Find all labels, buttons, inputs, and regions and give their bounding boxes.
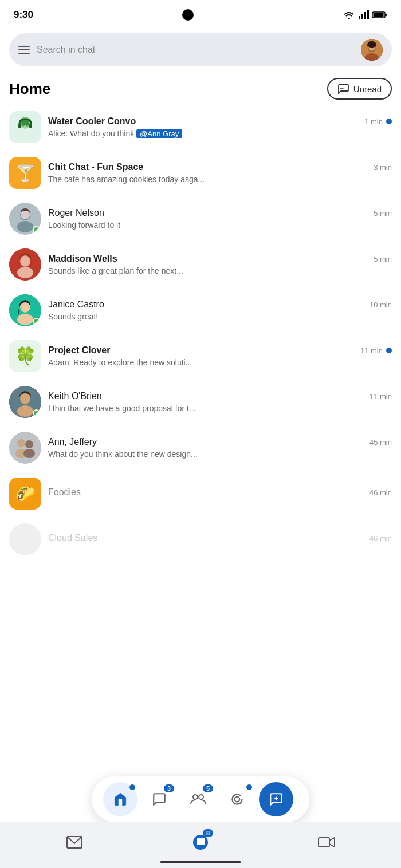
sys-nav-chat[interactable]: 8 xyxy=(183,828,218,857)
chat-avatar-project-clover: 🍀 xyxy=(9,340,41,372)
svg-rect-52 xyxy=(319,838,329,847)
unread-dot-project-clover xyxy=(386,348,392,353)
svg-point-22 xyxy=(17,221,33,232)
nav-item-mention[interactable] xyxy=(220,782,254,816)
people-badge: 5 xyxy=(203,784,213,792)
svg-rect-16 xyxy=(29,124,32,128)
signal-icon xyxy=(359,10,369,19)
nav-item-home[interactable] xyxy=(103,782,137,816)
svg-point-30 xyxy=(17,314,33,325)
chat-name-maddison: Maddison Wells xyxy=(48,254,117,264)
chat-name-foodies: Foodies xyxy=(48,487,81,498)
chat-time-roger: 5 min xyxy=(374,209,392,218)
chat-item-project-clover[interactable]: 🍀 Project Clover 11 min Adam: Ready to e… xyxy=(5,333,396,379)
chat-preview-maddison: Sounds like a great plan for the next... xyxy=(48,266,392,275)
sys-nav-video[interactable] xyxy=(309,828,344,857)
chat-time-maddison: 5 min xyxy=(374,255,392,263)
mention-ann-gray: @Ann Gray xyxy=(136,129,182,138)
chat-badge: 3 xyxy=(164,784,174,792)
chat-icon xyxy=(152,792,167,807)
svg-point-39 xyxy=(25,440,33,448)
chat-item-ann-jeffery[interactable]: Ann, Jeffery 45 min What do you think ab… xyxy=(5,425,396,471)
svg-rect-15 xyxy=(18,124,21,128)
svg-rect-1 xyxy=(361,14,363,19)
chat-item-chit-chat[interactable]: 🍸 Chit Chat - Fun Space 3 min The cafe h… xyxy=(5,150,396,196)
chat-name-water-cooler: Water Cooler Convo xyxy=(48,116,136,127)
unread-label: Unread xyxy=(353,84,382,94)
wifi-icon xyxy=(343,10,355,19)
chat-item-maddison[interactable]: Maddison Wells 5 min Sounds like a great… xyxy=(5,242,396,287)
chat-preview-ann-jeffery: What do you think about the new design..… xyxy=(48,449,392,459)
search-container: Search in chat xyxy=(0,27,401,72)
compose-icon xyxy=(269,792,284,807)
svg-point-43 xyxy=(9,523,41,555)
chat-preview-chit-chat: The cafe has amazing cookies today asga.… xyxy=(48,175,392,184)
chat-content-maddison: Maddison Wells 5 min Sounds like a great… xyxy=(48,254,392,275)
unread-button[interactable]: Unread xyxy=(327,78,392,100)
hamburger-menu[interactable] xyxy=(18,46,30,54)
search-bar[interactable]: Search in chat xyxy=(9,33,392,66)
chat-avatar-janice xyxy=(9,294,41,326)
search-placeholder: Search in chat xyxy=(37,45,354,55)
home-indicator xyxy=(160,861,241,863)
online-indicator-keith xyxy=(33,409,40,417)
bottom-nav-float: 3 5 xyxy=(92,776,309,822)
system-bottom-bar: 8 xyxy=(0,822,401,868)
chat-content-project-clover: Project Clover 11 min Adam: Ready to exp… xyxy=(48,345,392,367)
camera-indicator xyxy=(182,9,194,21)
page-title: Home xyxy=(9,80,50,98)
sys-nav-mail[interactable] xyxy=(57,828,92,857)
svg-point-40 xyxy=(23,449,35,458)
svg-point-27 xyxy=(17,267,33,278)
chat-content-foodies: Foodies 46 min xyxy=(48,487,392,500)
svg-rect-5 xyxy=(385,14,387,16)
chat-time-foodies: 46 min xyxy=(369,488,392,497)
video-icon xyxy=(318,836,335,849)
people-icon xyxy=(190,792,206,807)
chat-time-water-cooler: 1 min xyxy=(364,117,392,126)
svg-text:🌮: 🌮 xyxy=(15,484,36,503)
svg-text:🍀: 🍀 xyxy=(15,346,37,366)
svg-point-35 xyxy=(17,405,33,417)
nav-item-people[interactable]: 5 xyxy=(181,782,215,816)
chat-item-water-cooler[interactable]: Water Cooler Convo 1 min Alice: What do … xyxy=(5,104,396,150)
nav-item-compose[interactable] xyxy=(259,782,293,816)
chat-item-roger[interactable]: Roger Nelson 5 min Looking forward to it xyxy=(5,196,396,242)
chat-bubble-icon xyxy=(337,84,349,94)
svg-rect-3 xyxy=(367,10,369,19)
chat-time-ann-jeffery: 45 min xyxy=(369,438,392,447)
chat-name-janice: Janice Castro xyxy=(48,299,104,310)
chat-content-chit-chat: Chit Chat - Fun Space 3 min The cafe has… xyxy=(48,162,392,184)
chat-item-foodies[interactable]: 🌮 Foodies 46 min xyxy=(5,471,396,516)
online-indicator-janice xyxy=(33,318,40,325)
chat-preview-water-cooler: Alice: What do you think @Ann Gray xyxy=(48,129,392,138)
chat-name-keith: Keith O'Brien xyxy=(48,391,102,401)
chat-preview-janice: Sounds great! xyxy=(48,312,392,321)
chat-time-janice: 10 min xyxy=(369,301,392,309)
nav-item-chat[interactable]: 3 xyxy=(142,782,176,816)
chat-content-roger: Roger Nelson 5 min Looking forward to it xyxy=(48,208,392,230)
chat-item-cloud-sales[interactable]: Cloud Sales 46 min xyxy=(5,516,396,562)
chat-avatar-maddison xyxy=(9,248,41,281)
chat-name-project-clover: Project Clover xyxy=(48,345,110,356)
svg-rect-2 xyxy=(364,12,366,19)
status-time: 9:30 xyxy=(14,9,33,21)
chat-item-keith[interactable]: Keith O'Brien 11 min I thin that we have… xyxy=(5,379,396,425)
chat-time-keith: 11 min xyxy=(369,392,392,401)
mention-dot xyxy=(246,784,252,790)
chat-time-cloud-sales: 46 min xyxy=(369,534,392,543)
status-icons xyxy=(343,10,387,19)
chat-name-cloud-sales: Cloud Sales xyxy=(48,533,97,543)
user-avatar[interactable] xyxy=(361,39,383,61)
chat-avatar-water-cooler xyxy=(9,111,41,143)
chat-name-chit-chat: Chit Chat - Fun Space xyxy=(48,162,143,172)
chat-content-janice: Janice Castro 10 min Sounds great! xyxy=(48,299,392,321)
svg-point-37 xyxy=(17,439,25,447)
svg-point-17 xyxy=(23,125,27,129)
chat-avatar-ann-jeffery xyxy=(9,432,41,464)
chat-time-chit-chat: 3 min xyxy=(374,163,392,172)
svg-point-44 xyxy=(193,795,198,799)
chat-avatar-foodies: 🌮 xyxy=(9,478,41,510)
chat-time-project-clover: 11 min xyxy=(360,346,392,355)
chat-item-janice[interactable]: Janice Castro 10 min Sounds great! xyxy=(5,287,396,333)
